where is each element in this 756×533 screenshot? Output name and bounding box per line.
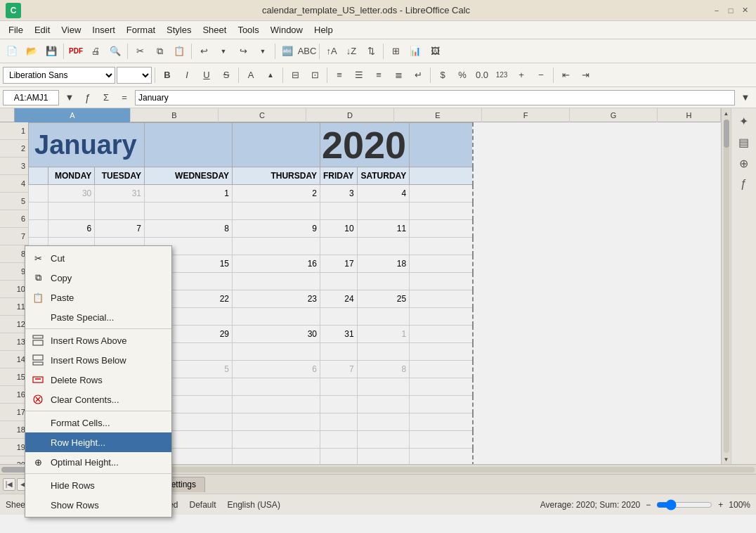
- ctx-cut[interactable]: ✂ Cut: [25, 248, 171, 268]
- font-color-button[interactable]: A: [242, 66, 260, 84]
- ctx-delete-rows[interactable]: Delete Rows: [25, 370, 171, 390]
- font-size-combo[interactable]: [117, 67, 152, 84]
- print-button[interactable]: 🖨: [86, 42, 105, 60]
- row-header-13[interactable]: 13: [0, 333, 28, 351]
- ctx-paste[interactable]: 📋 Paste: [25, 288, 171, 307]
- scroll-track[interactable]: [724, 120, 729, 453]
- image-button[interactable]: 🖼: [426, 42, 444, 60]
- vertical-scrollbar[interactable]: ▲ ▼: [721, 108, 731, 464]
- wrap-button[interactable]: ↵: [409, 66, 427, 84]
- save-button[interactable]: 💾: [42, 42, 60, 60]
- col-header-c[interactable]: C: [219, 108, 306, 122]
- menu-styles[interactable]: Styles: [161, 23, 197, 37]
- indent-more-button[interactable]: ⇥: [576, 66, 594, 84]
- sort-button[interactable]: ⇅: [362, 42, 380, 60]
- menu-insert[interactable]: Insert: [86, 23, 121, 37]
- ctx-hide-rows[interactable]: Hide Rows: [25, 475, 171, 495]
- col-header-g[interactable]: G: [570, 108, 658, 122]
- row-header-9[interactable]: 9: [0, 263, 28, 281]
- paste-button[interactable]: 📋: [170, 42, 188, 60]
- inc-dec-button[interactable]: +: [512, 66, 530, 84]
- open-button[interactable]: 📂: [22, 42, 41, 60]
- ctx-insert-rows-above[interactable]: Insert Rows Above: [25, 330, 171, 350]
- insert-table-button[interactable]: ⊞: [386, 42, 405, 60]
- sidebar-functions-button[interactable]: ƒ: [734, 174, 754, 194]
- align-right-button[interactable]: ≡: [370, 66, 388, 84]
- col-header-a[interactable]: A: [15, 108, 131, 122]
- menu-help[interactable]: Help: [308, 23, 339, 37]
- cell-reference-box[interactable]: A1:AMJ1: [3, 90, 59, 105]
- menu-window[interactable]: Window: [265, 23, 308, 37]
- autocorrect-button[interactable]: ABC: [298, 42, 316, 60]
- zoom-in-button[interactable]: +: [718, 500, 723, 510]
- name-box-dropdown[interactable]: ▼: [62, 90, 77, 105]
- new-button[interactable]: 📄: [3, 42, 21, 60]
- maximize-button[interactable]: □: [725, 5, 736, 16]
- scroll-down-button[interactable]: ▼: [722, 454, 731, 464]
- font-name-combo[interactable]: Liberation Sans: [3, 67, 115, 84]
- formula-expand-button[interactable]: ▼: [738, 90, 753, 105]
- row-header-8[interactable]: 8: [0, 245, 28, 263]
- highlight-button[interactable]: ▲: [261, 66, 280, 84]
- sum-button[interactable]: Σ: [98, 90, 114, 105]
- row-header-3[interactable]: 3: [0, 158, 28, 175]
- row-header-11[interactable]: 11: [0, 298, 28, 316]
- sort-asc-button[interactable]: ↑A: [322, 42, 341, 60]
- row-header-18[interactable]: 18: [0, 421, 28, 439]
- ctx-row-height[interactable]: Row Height...: [25, 432, 171, 452]
- scroll-thumb[interactable]: [724, 120, 729, 148]
- row-header-14[interactable]: 14: [0, 351, 28, 368]
- row-header-12[interactable]: 12: [0, 316, 28, 333]
- borders-button[interactable]: ⊟: [286, 66, 304, 84]
- pdf-button[interactable]: PDF: [67, 42, 85, 60]
- underline-button[interactable]: U: [197, 66, 216, 84]
- function-wizard-button[interactable]: ƒ: [80, 90, 96, 105]
- menu-edit[interactable]: Edit: [29, 23, 56, 37]
- row-header-20[interactable]: 20: [0, 456, 28, 464]
- row-header-7[interactable]: 7: [0, 228, 28, 245]
- menu-file[interactable]: File: [3, 23, 29, 37]
- minimize-button[interactable]: −: [711, 5, 722, 16]
- ctx-paste-special[interactable]: Paste Special...: [25, 307, 171, 327]
- cut-button[interactable]: ✂: [131, 42, 149, 60]
- col-header-d[interactable]: D: [306, 108, 394, 122]
- indent-less-button[interactable]: ⇤: [556, 66, 575, 84]
- italic-button[interactable]: I: [178, 66, 196, 84]
- ctx-show-rows[interactable]: Show Rows: [25, 495, 171, 515]
- copy-button[interactable]: ⧉: [150, 42, 169, 60]
- align-left-button[interactable]: ≡: [330, 66, 348, 84]
- ctx-clear-contents[interactable]: Clear Contents...: [25, 390, 171, 409]
- row-header-2[interactable]: 2: [0, 140, 28, 158]
- number-format-button[interactable]: 0.0: [473, 66, 491, 84]
- col-header-h[interactable]: H: [658, 108, 721, 122]
- row-header-4[interactable]: 4: [0, 175, 28, 193]
- zoom-out-button[interactable]: −: [646, 500, 651, 510]
- row-header-6[interactable]: 6: [0, 210, 28, 228]
- ctx-insert-rows-below[interactable]: Insert Rows Below: [25, 350, 171, 370]
- close-button[interactable]: ✕: [739, 5, 750, 16]
- zoom-slider[interactable]: [656, 499, 712, 510]
- row-header-15[interactable]: 15: [0, 368, 28, 386]
- row-header-5[interactable]: 5: [0, 193, 28, 210]
- format-num-button[interactable]: 123: [493, 66, 511, 84]
- sort-desc-button[interactable]: ↓Z: [342, 42, 360, 60]
- ctx-optimal-height[interactable]: ⊕ Optimal Height...: [25, 452, 171, 472]
- redo-arrow[interactable]: ▼: [254, 42, 272, 60]
- currency-button[interactable]: $: [434, 66, 452, 84]
- col-header-f[interactable]: F: [482, 108, 570, 122]
- formula-input[interactable]: January: [135, 90, 735, 105]
- formula-button[interactable]: =: [117, 90, 132, 105]
- chart-button[interactable]: 📊: [406, 42, 424, 60]
- percent-button[interactable]: %: [453, 66, 471, 84]
- row-header-10[interactable]: 10: [0, 281, 28, 298]
- ctx-format-cells[interactable]: Format Cells...: [25, 413, 171, 432]
- preview-button[interactable]: 🔍: [106, 42, 124, 60]
- row-header-16[interactable]: 16: [0, 386, 28, 404]
- tab-first-button[interactable]: |◀: [3, 478, 15, 491]
- row-header-1[interactable]: 1: [0, 122, 28, 140]
- ctx-copy[interactable]: ⧉ Copy: [25, 268, 171, 288]
- menu-tools[interactable]: Tools: [232, 23, 264, 37]
- col-header-b[interactable]: B: [131, 108, 219, 122]
- bold-button[interactable]: B: [158, 66, 176, 84]
- redo-button[interactable]: ↪: [234, 42, 252, 60]
